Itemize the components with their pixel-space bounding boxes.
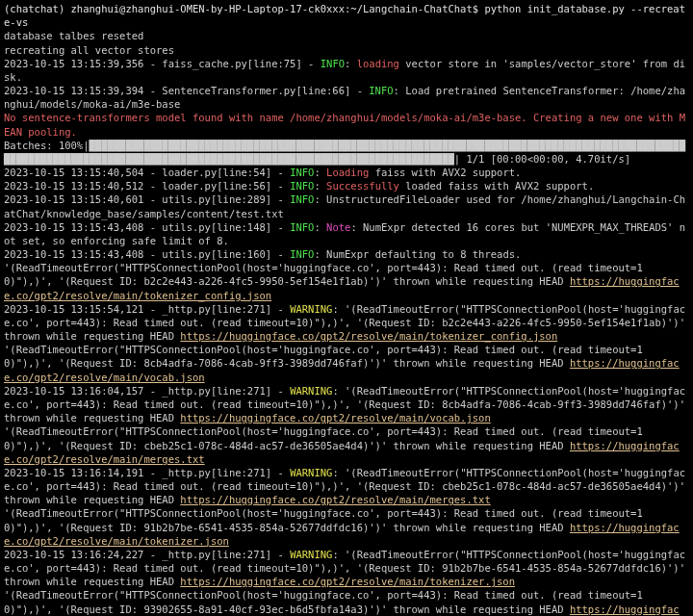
terminal-line: 2023-10-15 13:15:43,408 - utils.py[line:…	[4, 220, 689, 247]
terminal-line: '(ReadTimeoutError("HTTPSConnectionPool(…	[4, 506, 689, 548]
terminal-line: '(ReadTimeoutError("HTTPSConnectionPool(…	[4, 343, 689, 384]
terminal-line: '(ReadTimeoutError("HTTPSConnectionPool(…	[4, 261, 689, 302]
terminal-line: 2023-10-15 13:16:04,157 - _http.py[line:…	[4, 384, 689, 425]
terminal-line: 2023-10-15 13:16:24,227 - _http.py[line:…	[4, 548, 689, 589]
terminal-line: database talbes reseted	[4, 29, 689, 42]
terminal-line: 2023-10-15 13:15:39,394 - SentenceTransf…	[4, 84, 689, 111]
shell-prompt[interactable]: (chatchat) zhanghui@zhanghui-OMEN-by-HP-…	[4, 2, 689, 29]
terminal-line: 2023-10-15 13:15:43,408 - utils.py[line:…	[4, 247, 689, 261]
terminal-line: Batches: 100%|██████████████████████████…	[4, 139, 689, 166]
terminal-output[interactable]: (chatchat) zhanghui@zhanghui-OMEN-by-HP-…	[4, 2, 689, 616]
terminal-line: 2023-10-15 13:15:40,601 - utils.py[line:…	[4, 192, 689, 219]
terminal-line: 2023-10-15 13:15:39,356 - faiss_cache.py…	[4, 57, 689, 84]
terminal-line: '(ReadTimeoutError("HTTPSConnectionPool(…	[4, 588, 689, 616]
terminal-line: '(ReadTimeoutError("HTTPSConnectionPool(…	[4, 424, 689, 466]
terminal-line: 2023-10-15 13:15:40,504 - loader.py[line…	[4, 166, 689, 179]
terminal-line: 2023-10-15 13:16:14,191 - _http.py[line:…	[4, 466, 689, 507]
terminal-line: 2023-10-15 13:15:40,512 - loader.py[line…	[4, 179, 689, 192]
terminal-line: No sentence-transformers model found wit…	[4, 111, 689, 138]
terminal-line: 2023-10-15 13:15:54,121 - _http.py[line:…	[4, 302, 689, 344]
terminal-line: recreating all vector stores	[4, 43, 689, 57]
